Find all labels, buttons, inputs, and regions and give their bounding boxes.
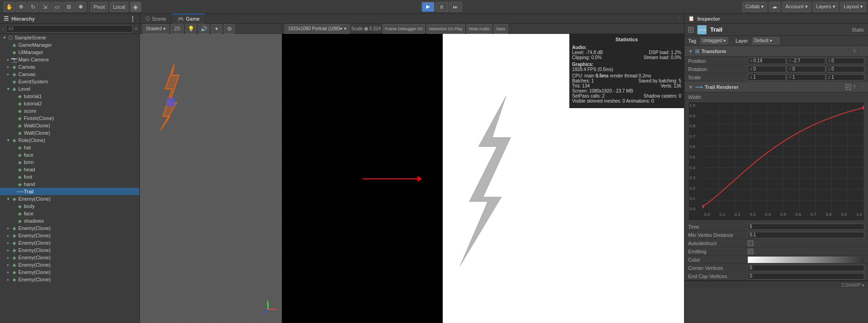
tree-item-main-camera[interactable]: ► 📷 Main Camera [0, 56, 139, 63]
tree-item-game-manager[interactable]: ◈ GameManager [0, 41, 139, 49]
tree-item-foot[interactable]: ◈ foot [0, 173, 139, 181]
step-button[interactable]: ⏭ [449, 2, 462, 12]
tree-item-trail[interactable]: ⟿ Trail [0, 188, 139, 195]
tree-item-hand[interactable]: ◈ hand [0, 181, 139, 188]
custom-tool[interactable]: ✱ [75, 2, 86, 12]
hand-tool[interactable]: ✋ [4, 2, 15, 12]
rot-z-input[interactable]: Z 0 [826, 66, 864, 72]
layers-button[interactable]: Layers ▾ [813, 2, 839, 12]
hierarchy-menu[interactable]: ⋮ [129, 15, 136, 22]
autodestruct-checkbox[interactable] [748, 241, 753, 246]
tree-item-enemy8[interactable]: ► ◈ Enemy(Clone) [0, 268, 139, 276]
color-gradient[interactable] [748, 257, 864, 263]
transform-header[interactable]: ▼ ⊞ Transform ? ⋮ [684, 46, 868, 57]
tree-item-head[interactable]: ◈ head [0, 166, 139, 173]
tree-item-enemy3[interactable]: ► ◈ Enemy(Clone) [0, 232, 139, 239]
tree-item-eventsystem[interactable]: ◈ EventSystem [0, 78, 139, 85]
emitting-checkbox[interactable] [748, 249, 753, 254]
time-row: Time 5 [684, 223, 868, 231]
tree-item-enemy4[interactable]: ► ◈ Enemy(Clone) [0, 239, 139, 246]
create-menu[interactable]: + [134, 26, 138, 32]
game-tab[interactable]: 🎮 Game [172, 14, 206, 24]
enemy2-icon: ◈ [11, 225, 17, 231]
scene-tab[interactable]: ⬡ Scene [140, 14, 172, 24]
tree-item-body[interactable]: ◈ body [0, 203, 139, 210]
scene-viewport[interactable]: x y [140, 34, 282, 323]
scale-z-input[interactable]: Z 1 [826, 74, 864, 81]
tree-item-hat[interactable]: ◈ hat [0, 144, 139, 151]
expand-arrow: ► [6, 224, 11, 232]
tree-item-canvas2[interactable]: ► ◈ Canvas [0, 71, 139, 78]
frame-debugger-btn[interactable]: Frame Debugger On [383, 24, 425, 34]
maximize-on-play-btn[interactable]: Maximize On Play [427, 24, 465, 34]
tree-item-wall1[interactable]: ◈ Wall(Clone) [0, 122, 139, 129]
tree-item-sample-scene[interactable]: ▼ ⬡ SampleScene [0, 34, 139, 41]
tree-item-shadows[interactable]: ◈ shadows [0, 217, 139, 224]
tree-item-enemy5[interactable]: ► ◈ Enemy(Clone) [0, 246, 139, 254]
rotate-tool[interactable]: ↻ [28, 2, 39, 12]
local-dropdown[interactable]: Local [110, 2, 128, 12]
component-menu2[interactable]: ⋮ [859, 84, 864, 90]
fx-button[interactable]: ✦ [211, 24, 222, 34]
tree-item-canvas1[interactable]: ► ◈ Canvas [0, 63, 139, 71]
time-input[interactable]: 5 [748, 224, 864, 230]
expand-arrow: ► [6, 254, 11, 261]
tree-item-wall2[interactable]: ◈ Wall(Clone) [0, 129, 139, 137]
tag-dropdown[interactable]: Untagged ▾ [700, 37, 728, 44]
tab-menu[interactable]: ⋮ [676, 16, 681, 22]
move-tool[interactable]: ✥ [16, 2, 27, 12]
component-help2[interactable]: ? [853, 84, 856, 90]
rot-y-input[interactable]: Y 0 [787, 66, 825, 72]
hierarchy-search[interactable] [6, 25, 133, 33]
tree-item-level[interactable]: ▼ ◈ Level [0, 85, 139, 93]
tree-item-enemy7[interactable]: ► ◈ Enemy(Clone) [0, 261, 139, 268]
cloud-button[interactable]: ☁ [769, 2, 780, 12]
min-vertex-input[interactable]: 0.1 [748, 232, 864, 238]
tree-item-ui-manager[interactable]: ◈ UIManager [0, 49, 139, 56]
tree-item-role-clone[interactable]: ▼ ◈ Role(Clone) [0, 137, 139, 144]
gizmos-button[interactable]: ⚙ [224, 24, 235, 34]
light-button[interactable]: 💡 [185, 24, 196, 34]
end-cap-input[interactable]: 0 [748, 273, 864, 279]
trail-renderer-active[interactable] [846, 84, 851, 90]
tree-item-enemy-main[interactable]: ▼ ◈ Enemy(Clone) [0, 195, 139, 203]
game-viewport[interactable]: Statistics Audio: Level: -74.8 dB DSP lo… [282, 34, 684, 323]
tree-item-enemy9[interactable]: ► ◈ Enemy(Clone) [0, 276, 139, 283]
object-active-checkbox[interactable] [688, 27, 694, 33]
layer-dropdown[interactable]: Default ▾ [752, 37, 779, 44]
stats-btn[interactable]: Stats [494, 24, 508, 34]
play-button[interactable]: ▶ [422, 2, 434, 12]
width-curve-chart[interactable]: 1.0 0.9 0.8 0.7 0.6 0.5 0.4 0.3 0.2 0.1 … [688, 102, 864, 221]
mute-audio-btn[interactable]: Mute Audio [467, 24, 492, 34]
resolution-dropdown[interactable]: 1920x1080 Portrait (1080▾ ▾ [285, 24, 350, 34]
tree-item-enemy2[interactable]: ► ◈ Enemy(Clone) [0, 224, 139, 232]
csharp-label[interactable]: CSHARP ▾ [842, 283, 864, 288]
tree-item-enemy6[interactable]: ► ◈ Enemy(Clone) [0, 254, 139, 261]
rot-x-input[interactable]: X 0 [748, 66, 786, 72]
pivot-dropdown[interactable]: Pivot [90, 2, 108, 12]
audio-button[interactable]: 🔊 [198, 24, 209, 34]
tree-item-tutorial2[interactable]: ◈ tutorial2 [0, 100, 139, 107]
component-help[interactable]: ? [853, 49, 856, 54]
tree-item-tutorial1[interactable]: ◈ tutorial1 [0, 93, 139, 100]
tree-item-face[interactable]: ◈ face [0, 151, 139, 159]
tree-item-brim[interactable]: ◈ brim [0, 159, 139, 166]
tree-item-finish-clone[interactable]: ◈ Finish(Clone) [0, 115, 139, 122]
trail-renderer-header[interactable]: ▼ ⟿ Trail Renderer ? ⋮ [684, 82, 868, 93]
tree-item-score[interactable]: ◈ score [0, 107, 139, 115]
2d-button[interactable]: 2D [171, 24, 184, 34]
scale-tool[interactable]: ⇲ [39, 2, 50, 12]
account-button[interactable]: Account ▾ [782, 2, 811, 12]
rect-tool[interactable]: ▭ [51, 2, 62, 12]
scale-x-input[interactable]: X 1 [748, 74, 786, 81]
tree-item-face2[interactable]: ◈ face [0, 210, 139, 217]
pause-button[interactable]: ⏸ [435, 2, 448, 12]
shading-dropdown[interactable]: Shaded ▾ [143, 24, 169, 34]
transform-tool[interactable]: ⊞ [63, 2, 74, 12]
layout-button[interactable]: Layout ▾ [840, 2, 866, 12]
scene-toolbar: Shaded ▾ 2D 💡 🔊 ✦ ⚙ [140, 24, 282, 33]
corner-vertices-input[interactable]: 0 [748, 265, 864, 271]
scale-y-input[interactable]: Y 1 [787, 74, 825, 81]
component-menu[interactable]: ⋮ [859, 48, 864, 54]
collab-button[interactable]: Collab ▾ [742, 2, 767, 12]
